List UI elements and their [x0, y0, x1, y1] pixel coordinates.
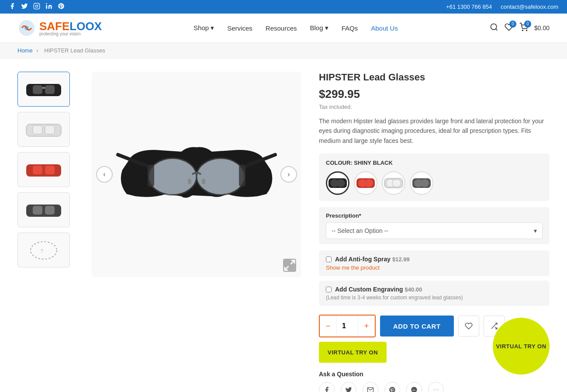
share-facebook-button[interactable]	[319, 382, 335, 392]
prev-image-button[interactable]: ‹	[96, 166, 113, 183]
search-icon	[490, 23, 498, 31]
svg-point-1	[35, 5, 38, 7]
svg-rect-23	[45, 206, 55, 215]
virtual-try-button[interactable]: VIRTUAL TRY ON	[319, 342, 387, 363]
breadcrumb-separator: ›	[36, 47, 38, 54]
addon-antifog-checkbox[interactable]	[326, 257, 332, 262]
svg-rect-21	[26, 205, 61, 217]
facebook-link[interactable]	[9, 3, 16, 11]
quantity-decrease-button[interactable]: −	[320, 316, 336, 336]
product-page: ? ‹	[0, 59, 567, 392]
twitter-link[interactable]	[21, 3, 28, 11]
svg-rect-31	[239, 165, 245, 187]
email-address[interactable]: contact@safeloox.com	[501, 3, 558, 10]
main-nav: Shop Services Resources Blog FAQs About …	[194, 24, 398, 32]
svg-point-49	[438, 390, 438, 390]
logo-loox: LOOX	[69, 20, 102, 33]
swatch-red-black[interactable]	[354, 171, 377, 195]
expand-image-button[interactable]	[283, 259, 296, 272]
header-icons: 0 0 $0.00	[490, 23, 550, 34]
svg-point-39	[364, 179, 373, 187]
quantity-control: − +	[319, 315, 376, 337]
svg-rect-12	[45, 85, 55, 94]
contact-info: +61 1300 766 854 contact@safeloox.com	[446, 3, 558, 10]
addon-antifog-link[interactable]: Show me the product	[326, 264, 380, 271]
svg-rect-14	[26, 124, 61, 136]
nav-about[interactable]: About Us	[371, 24, 398, 32]
svg-rect-13	[42, 87, 45, 89]
share-messenger-button[interactable]	[406, 382, 422, 392]
nav-blog[interactable]: Blog	[310, 24, 328, 32]
pinterest-link[interactable]	[58, 3, 65, 11]
wishlist-button[interactable]: 0	[505, 23, 513, 34]
addon-engraving-note: (Lead time is 3-4 weeks for custom engra…	[326, 295, 543, 301]
svg-point-8	[522, 30, 523, 31]
thumb-image-2	[24, 118, 63, 142]
svg-rect-10	[26, 84, 61, 96]
addon-engraving-price: $40.00	[405, 286, 422, 293]
share-pinterest-button[interactable]	[384, 382, 400, 392]
wishlist-button[interactable]	[458, 316, 479, 336]
add-to-cart-button[interactable]: ADD TO CART	[380, 316, 454, 336]
share-twitter-button[interactable]	[341, 382, 356, 392]
nav-services[interactable]: Services	[227, 24, 252, 32]
expand-icon	[283, 204, 296, 326]
svg-rect-15	[33, 125, 42, 134]
search-button[interactable]	[490, 23, 498, 34]
svg-rect-17	[26, 164, 61, 177]
svg-rect-16	[45, 125, 55, 134]
svg-point-36	[336, 179, 345, 187]
addon-engraving-checkbox[interactable]	[326, 287, 332, 292]
twitter-icon	[345, 386, 352, 392]
virtual-try-on-circle[interactable]: VIRTUAL TRY ON	[493, 318, 550, 375]
breadcrumb: Home › HIPSTER Lead Glasses	[0, 43, 567, 59]
tax-note: Tax included.	[319, 104, 550, 110]
colour-swatches	[326, 171, 543, 195]
addon-engraving-label: Add Custom Engraving $40.00	[335, 286, 422, 293]
phone-number[interactable]: +61 1300 766 854	[446, 3, 492, 10]
svg-rect-30	[148, 165, 154, 187]
nav-faqs[interactable]: FAQs	[342, 24, 358, 32]
swatch-matte-black[interactable]	[410, 171, 433, 195]
prescription-select[interactable]: -- Select an Option -- No Prescription S…	[326, 223, 542, 239]
addon-antifog-price: $12.99	[392, 256, 410, 263]
swatch-clear[interactable]	[382, 171, 405, 195]
thumbnail-1[interactable]	[17, 72, 70, 107]
svg-line-32	[291, 260, 295, 264]
breadcrumb-current: HIPSTER Lead Glasses	[44, 47, 105, 54]
pinterest-icon	[389, 386, 396, 392]
thumbnail-5[interactable]: ?	[17, 232, 70, 267]
main-product-image: ‹ ›	[92, 72, 301, 277]
svg-rect-0	[34, 3, 39, 9]
svg-point-6	[491, 24, 496, 29]
nav-shop[interactable]: Shop	[194, 24, 214, 32]
next-image-button[interactable]: ›	[280, 166, 297, 183]
share-email-button[interactable]	[363, 382, 378, 392]
quantity-increase-button[interactable]: +	[358, 316, 375, 336]
linkedin-link[interactable]	[45, 3, 52, 11]
swatch-shiny-black[interactable]	[326, 171, 349, 195]
thumbnail-2[interactable]	[17, 112, 70, 147]
breadcrumb-home[interactable]: Home	[17, 47, 33, 54]
svg-point-50	[434, 390, 434, 390]
cart-button[interactable]: 0	[519, 23, 528, 34]
thumbnail-4[interactable]	[17, 192, 70, 227]
thumbnail-3[interactable]	[17, 152, 70, 187]
logo-safe: SAFE	[39, 20, 69, 33]
svg-rect-11	[33, 85, 42, 94]
svg-point-45	[420, 179, 429, 187]
svg-point-27	[197, 158, 245, 195]
product-thumbnails: ?	[17, 72, 74, 392]
quantity-input[interactable]	[336, 316, 358, 336]
logo[interactable]: SAFELOOX protecting your vision	[17, 19, 102, 37]
nav-resources[interactable]: Resources	[266, 24, 297, 32]
thumb-image-3	[24, 158, 63, 182]
svg-rect-29	[202, 179, 205, 184]
share-icons	[319, 382, 550, 392]
svg-rect-28	[188, 179, 191, 184]
more-icon	[432, 386, 439, 392]
instagram-link[interactable]	[33, 3, 40, 11]
share-more-button[interactable]	[428, 382, 444, 392]
addon-antifog-name: Add Anti-fog Spray	[335, 256, 391, 263]
product-description: The modern Hipster lead glasses provides…	[319, 116, 550, 146]
